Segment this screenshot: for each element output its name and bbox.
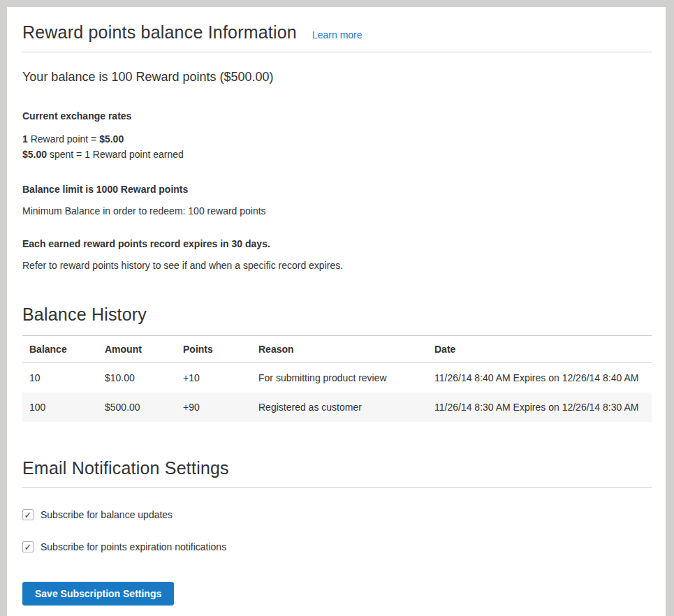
balance-summary: Your balance is 100 Reward points ($500.… — [22, 70, 652, 85]
email-notification-settings-title: Email Notification Settings — [22, 458, 652, 488]
table-header-row: Balance Amount Points Reason Date — [22, 336, 652, 363]
cell-balance: 100 — [22, 393, 98, 422]
balance-history-title: Balance History — [22, 305, 652, 325]
rate1-text: Reward point = — [28, 133, 99, 145]
cell-balance: 10 — [22, 363, 98, 393]
subscribe-balance-updates-option: Subscribe for balance updates — [22, 509, 652, 520]
reward-points-panel: Reward points balance Information Learn … — [7, 7, 666, 616]
cell-reason: For submitting product review — [251, 363, 427, 393]
page-title: Reward points balance Information — [22, 22, 297, 43]
balance-history-table: Balance Amount Points Reason Date 10 $10… — [22, 335, 652, 422]
exchange-rate-line-2: $5.00 spent = 1 Reward point earned — [22, 147, 652, 162]
expiry-note: Refer to reward points history to see if… — [22, 260, 652, 271]
rate2-text: spent = 1 Reward point earned — [47, 149, 184, 160]
cell-amount: $10.00 — [98, 363, 176, 393]
balance-updates-label: Subscribe for balance updates — [41, 509, 173, 520]
column-header-amount: Amount — [98, 336, 176, 363]
cell-amount: $500.00 — [98, 393, 176, 422]
column-header-points: Points — [176, 336, 251, 363]
expiry-heading: Each earned reward points record expires… — [22, 238, 652, 249]
rate2-money: $5.00 — [22, 149, 47, 160]
cell-date: 11/26/14 8:30 AM Expires on 12/26/14 8:3… — [427, 393, 652, 422]
subscribe-expiration-notifications-option: Subscribe for points expiration notifica… — [22, 541, 652, 552]
column-header-date: Date — [427, 336, 652, 363]
balance-limit-heading: Balance limit is 1000 Reward points — [22, 184, 652, 195]
column-header-reason: Reason — [251, 336, 427, 363]
exchange-rates: 1 Reward point = $5.00 $5.00 spent = 1 R… — [22, 131, 652, 162]
save-subscription-settings-button[interactable]: Save Subscription Settings — [22, 582, 174, 606]
table-row: 100 $500.00 +90 Registered as customer 1… — [22, 393, 652, 422]
exchange-rate-line-1: 1 Reward point = $5.00 — [22, 131, 652, 147]
balance-updates-checkbox[interactable] — [22, 509, 34, 520]
rate1-money: $5.00 — [99, 133, 124, 145]
cell-points: +90 — [176, 393, 251, 422]
expiration-notifications-label: Subscribe for points expiration notifica… — [41, 541, 226, 552]
minimum-balance-note: Minimum Balance in order to redeem: 100 … — [22, 205, 652, 217]
table-row: 10 $10.00 +10 For submitting product rev… — [22, 363, 652, 393]
expiration-notifications-checkbox[interactable] — [22, 541, 34, 552]
rate1-points: 1 — [22, 133, 28, 145]
cell-date: 11/26/14 8:40 AM Expires on 12/26/14 8:4… — [427, 363, 652, 393]
page-header: Reward points balance Information Learn … — [22, 22, 652, 52]
cell-reason: Registered as customer — [251, 393, 427, 422]
column-header-balance: Balance — [22, 336, 98, 363]
cell-points: +10 — [176, 363, 251, 393]
exchange-rates-heading: Current exchange rates — [22, 110, 652, 122]
learn-more-link[interactable]: Learn more — [312, 29, 362, 41]
